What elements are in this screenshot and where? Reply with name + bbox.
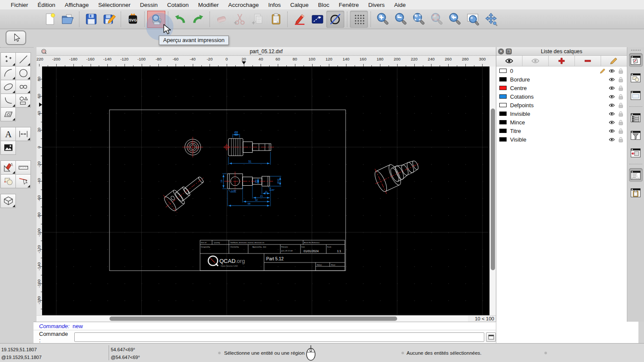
menu-fenetre[interactable]: Fenêtre xyxy=(334,2,364,8)
shape-tools[interactable] xyxy=(15,94,31,108)
selection-tool-button[interactable] xyxy=(6,30,26,45)
layer-visibility-eye-icon[interactable] xyxy=(608,94,615,100)
layer-row-cotations[interactable]: Cotations xyxy=(496,92,627,101)
menu-dessin[interactable]: Dessin xyxy=(135,2,162,8)
menu-bloc[interactable]: Bloc xyxy=(313,2,334,8)
line-tools[interactable] xyxy=(15,52,31,66)
copy-button[interactable] xyxy=(249,11,267,28)
layer-lock-icon[interactable] xyxy=(617,128,624,134)
zoom-out-button[interactable] xyxy=(392,11,410,28)
layer-row-centre[interactable]: Centre xyxy=(496,84,627,92)
layer-visibility-eye-icon[interactable] xyxy=(608,128,615,134)
modify-tools[interactable] xyxy=(0,160,16,175)
paste-button[interactable] xyxy=(267,11,285,28)
draw-color-button[interactable] xyxy=(290,11,308,28)
menu-cotation[interactable]: Cotation xyxy=(162,2,193,8)
menu-calque[interactable]: Calque xyxy=(286,2,313,8)
layer-visibility-eye-icon[interactable] xyxy=(608,119,615,126)
save-button[interactable] xyxy=(82,11,100,28)
layer-row-defpoints[interactable]: Defpoints xyxy=(496,101,627,109)
layer-row-bordure[interactable]: Bordure xyxy=(496,75,627,84)
v-scrollbar-thumb[interactable] xyxy=(491,109,495,270)
library-browser-dock-button[interactable] xyxy=(629,88,643,102)
layer-visibility-eye-icon[interactable] xyxy=(608,68,615,74)
layer-visibility-eye-icon[interactable] xyxy=(608,85,615,91)
open-file-button[interactable] xyxy=(58,11,76,28)
solid-tools[interactable] xyxy=(0,194,16,208)
zoom-previous-button[interactable] xyxy=(446,11,464,28)
close-icon[interactable] xyxy=(498,48,504,54)
grid-toggle-button[interactable] xyxy=(350,11,368,28)
text-tool[interactable]: A xyxy=(0,127,16,141)
save-as-button[interactable] xyxy=(100,11,118,28)
image-tool[interactable] xyxy=(0,141,16,155)
h-scrollbar[interactable] xyxy=(36,315,468,322)
viewport-dock-button[interactable] xyxy=(629,146,643,160)
drawing-window-titlebar[interactable]: part_05.12.dxf xyxy=(36,47,496,56)
layer-lock-icon[interactable] xyxy=(617,102,624,109)
layer-visibility-eye-icon[interactable] xyxy=(608,136,615,143)
menu-affichage[interactable]: Affichage xyxy=(60,2,94,8)
layer-row-titre[interactable]: Titre xyxy=(496,127,627,135)
edit-layer-button[interactable] xyxy=(601,56,627,66)
polyline-tools[interactable] xyxy=(0,94,16,108)
menu-selectionner[interactable]: Sélectionner xyxy=(94,2,135,8)
layer-row-visible[interactable]: Visible xyxy=(496,135,627,144)
layer-list-dock-button[interactable] xyxy=(629,53,643,67)
menu-divers[interactable]: Divers xyxy=(364,2,389,8)
h-scrollbar-thumb[interactable] xyxy=(109,317,397,321)
menu-accrochage[interactable]: Accrochage xyxy=(223,2,263,8)
show-all-layers-button[interactable] xyxy=(496,56,522,66)
layer-visibility-eye-icon[interactable] xyxy=(608,102,615,109)
clipboard-dock-button[interactable] xyxy=(629,186,643,199)
hatch-tool[interactable] xyxy=(0,107,16,121)
dock-grip[interactable] xyxy=(631,50,641,51)
property-editor-dock-button[interactable] xyxy=(629,111,643,124)
lineweight-button[interactable] xyxy=(308,11,326,28)
drawing-canvas[interactable]: Ø8 51 xyxy=(42,66,489,315)
zoom-window-button[interactable] xyxy=(464,11,482,28)
zoom-auto-button[interactable] xyxy=(410,11,428,28)
add-layer-button[interactable] xyxy=(549,56,575,66)
hide-all-layers-button[interactable] xyxy=(522,56,549,66)
construction-mode-button[interactable] xyxy=(326,11,344,28)
circle-tools[interactable] xyxy=(15,66,31,80)
layer-lock-icon[interactable] xyxy=(617,119,624,126)
point-tools[interactable] xyxy=(0,52,16,66)
layer-lock-icon[interactable] xyxy=(617,111,624,117)
layer-row-invisible[interactable]: Invisible xyxy=(496,109,627,118)
menu-edition[interactable]: Édition xyxy=(33,2,60,8)
ellipse-tools[interactable] xyxy=(0,80,16,94)
layer-lock-icon[interactable] xyxy=(617,94,624,100)
menu-infos[interactable]: Infos xyxy=(264,2,286,8)
spline-tools[interactable] xyxy=(15,80,31,94)
layer-lock-icon[interactable] xyxy=(617,68,624,74)
layer-row-mince[interactable]: Mince xyxy=(496,118,627,127)
block-list-dock-button[interactable] xyxy=(629,71,643,84)
command-line-dock-button[interactable] xyxy=(629,168,643,182)
layer-row-0[interactable]: 0 xyxy=(496,66,627,75)
menu-modifier[interactable]: Modifier xyxy=(193,2,223,8)
dimension-tools[interactable] xyxy=(15,127,31,141)
erase-button[interactable] xyxy=(213,11,231,28)
layer-visibility-eye-icon[interactable] xyxy=(608,76,615,83)
menu-aide[interactable]: Aide xyxy=(389,2,410,8)
select-tools[interactable] xyxy=(15,174,31,188)
layer-lock-icon[interactable] xyxy=(617,76,624,83)
export-svg-button[interactable]: SVG xyxy=(124,11,142,28)
command-options-button[interactable] xyxy=(486,332,496,342)
undo-button[interactable] xyxy=(171,11,189,28)
print-preview-button[interactable] xyxy=(147,11,165,28)
zoom-in-button[interactable] xyxy=(374,11,392,28)
menu-fichier[interactable]: Fichier xyxy=(6,2,33,8)
new-file-button[interactable] xyxy=(40,11,58,28)
layer-lock-icon[interactable] xyxy=(617,85,624,91)
remove-layer-button[interactable] xyxy=(575,56,601,66)
v-scrollbar[interactable] xyxy=(489,66,496,315)
edit-tools[interactable] xyxy=(0,174,16,188)
arc-tools[interactable] xyxy=(0,66,16,80)
zoom-selection-button[interactable] xyxy=(428,11,446,28)
float-icon[interactable] xyxy=(506,48,512,54)
measure-tools[interactable] xyxy=(15,160,31,175)
command-input[interactable] xyxy=(74,332,484,342)
